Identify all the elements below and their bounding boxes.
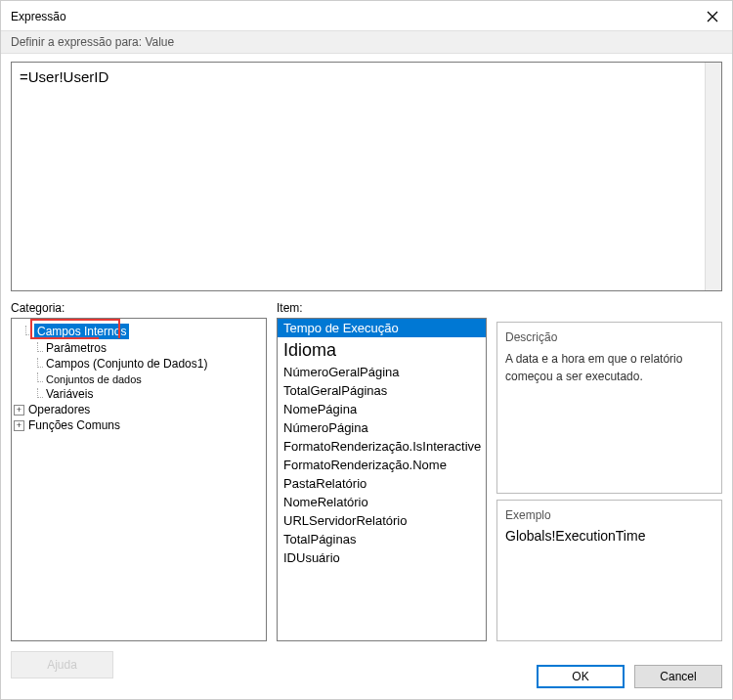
list-item[interactable]: Tempo de Execução bbox=[278, 319, 486, 337]
tree-item-label: Funções Comuns bbox=[28, 418, 120, 432]
list-item[interactable]: NúmeroGeralPágina bbox=[278, 363, 486, 381]
item-column: Item: Tempo de ExecuçãoIdiomaNúmeroGeral… bbox=[277, 299, 487, 641]
tree-connector-icon bbox=[37, 372, 43, 382]
expression-value: =User!UserID bbox=[20, 68, 108, 85]
cancel-button[interactable]: Cancel bbox=[634, 665, 722, 688]
tree-item-label: Variáveis bbox=[46, 387, 93, 401]
list-item[interactable]: IDUsuário bbox=[278, 548, 486, 567]
close-button[interactable] bbox=[703, 7, 722, 26]
footer: Ajuda OK Cancel bbox=[1, 641, 732, 680]
list-item[interactable]: NomePágina bbox=[278, 400, 486, 418]
tree-connector-icon bbox=[37, 388, 43, 398]
expression-textarea[interactable]: =User!UserID bbox=[11, 62, 722, 291]
category-column: Categoria: Campos Internos Parâmetros bbox=[11, 299, 267, 641]
titlebar: Expressão bbox=[1, 1, 732, 30]
middle-panel: Categoria: Campos Internos Parâmetros bbox=[1, 299, 732, 641]
item-listbox[interactable]: Tempo de ExecuçãoIdiomaNúmeroGeralPágina… bbox=[277, 318, 487, 641]
tree-item-label: Parâmetros bbox=[46, 341, 107, 355]
list-item[interactable]: FormatoRenderização.IsInteractive bbox=[278, 437, 486, 456]
subtitle-bar: Definir a expressão para: Value bbox=[1, 30, 732, 54]
tree-item-label: Campos Internos bbox=[34, 324, 129, 339]
list-item[interactable]: NomeRelatório bbox=[278, 493, 486, 511]
item-label: Item: bbox=[277, 299, 487, 318]
button-label: Ajuda bbox=[47, 658, 77, 672]
category-tree[interactable]: Campos Internos Parâmetros Campos (Conju… bbox=[11, 318, 267, 641]
right-column: Descrição A data e a hora em que o relat… bbox=[496, 299, 722, 641]
tree-item-parametros[interactable]: Parâmetros bbox=[14, 340, 264, 356]
tree-item-label: Operadores bbox=[28, 403, 90, 416]
tree-item-conjuntos[interactable]: Conjuntos de dados bbox=[14, 372, 264, 386]
expand-icon[interactable]: + bbox=[14, 405, 24, 416]
tree-item-campos-internos[interactable]: Campos Internos bbox=[14, 323, 264, 340]
example-text: Globals!ExecutionTime bbox=[505, 528, 713, 544]
list-item[interactable]: NúmeroPágina bbox=[278, 418, 486, 437]
tree-connector-icon bbox=[37, 358, 43, 368]
expand-icon[interactable]: + bbox=[14, 420, 24, 431]
tree-connector-icon bbox=[25, 326, 31, 335]
tree-item-operadores[interactable]: + Operadores bbox=[14, 402, 264, 417]
tree-item-label: Campos (Conjunto de Dados1) bbox=[46, 357, 207, 371]
list-item[interactable]: Idioma bbox=[278, 337, 486, 363]
list-item[interactable]: URLServidorRelatório bbox=[278, 511, 486, 530]
tree-connector-icon bbox=[37, 342, 43, 352]
list-item[interactable]: PastaRelatório bbox=[278, 474, 486, 493]
list-item[interactable]: FormatoRenderização.Nome bbox=[278, 456, 486, 474]
button-label: OK bbox=[572, 670, 588, 683]
example-box: Exemplo Globals!ExecutionTime bbox=[496, 500, 722, 641]
tree-item-funcoes[interactable]: + Funções Comuns bbox=[14, 417, 264, 433]
list-item[interactable]: TotalPáginas bbox=[278, 530, 486, 548]
spacer bbox=[496, 299, 722, 316]
ok-button[interactable]: OK bbox=[537, 665, 625, 688]
tree-item-variaveis[interactable]: Variáveis bbox=[14, 386, 264, 402]
subtitle-text: Definir a expressão para: Value bbox=[11, 35, 174, 49]
window-title: Expressão bbox=[11, 10, 66, 23]
example-label: Exemplo bbox=[505, 508, 713, 522]
description-text: A data e a hora em que o relatório começ… bbox=[505, 350, 713, 385]
description-label: Descrição bbox=[505, 330, 713, 344]
description-box: Descrição A data e a hora em que o relat… bbox=[496, 322, 722, 494]
close-icon bbox=[707, 11, 718, 22]
tree-item-campos-dados[interactable]: Campos (Conjunto de Dados1) bbox=[14, 356, 264, 372]
tree-item-label: Conjuntos de dados bbox=[46, 373, 142, 385]
help-button[interactable]: Ajuda bbox=[11, 651, 113, 678]
category-label: Categoria: bbox=[11, 299, 267, 318]
button-label: Cancel bbox=[660, 670, 696, 683]
list-item[interactable]: TotalGeralPáginas bbox=[278, 381, 486, 400]
